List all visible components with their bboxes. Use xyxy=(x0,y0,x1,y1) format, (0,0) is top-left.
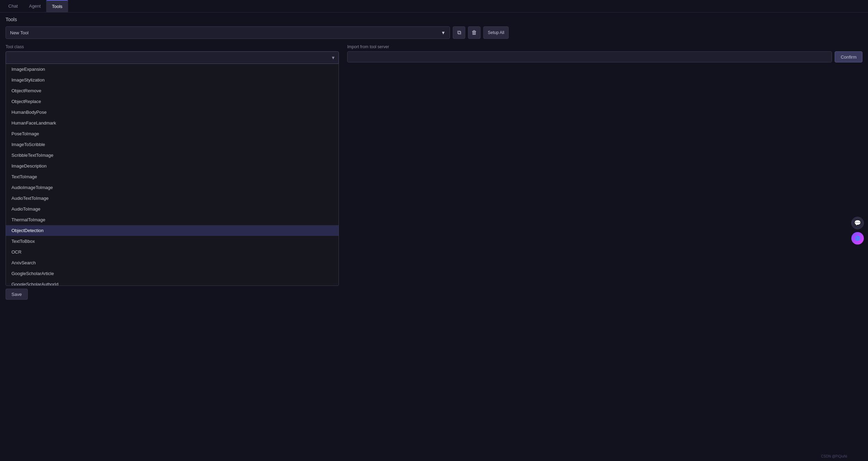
user-float-button[interactable]: 🌐 xyxy=(851,232,864,245)
list-item[interactable]: ObjectRemove xyxy=(6,85,339,96)
user-avatar-icon: 🌐 xyxy=(855,236,860,241)
setup-all-button[interactable]: Setup All xyxy=(483,26,509,39)
list-item[interactable]: ThermalToImage xyxy=(6,214,339,225)
list-item[interactable]: PoseToImage xyxy=(6,128,339,139)
copy-tool-button[interactable]: ⧉ xyxy=(453,26,465,39)
tool-class-header: Tool class xyxy=(6,44,339,51)
message-icon: 💬 xyxy=(854,220,861,226)
tool-class-search-input[interactable] xyxy=(6,51,339,64)
dropdown-chevron-icon: ▼ xyxy=(441,30,445,35)
tab-tools[interactable]: Tools xyxy=(46,0,68,12)
tool-class-dropdown-list[interactable]: ImageExpansionImageStylizationObjectRemo… xyxy=(6,64,339,286)
tab-chat[interactable]: Chat xyxy=(3,0,23,12)
list-item[interactable]: ScribbleTextToImage xyxy=(6,150,339,161)
list-item[interactable]: OCR xyxy=(6,247,339,257)
list-item[interactable]: ImageToScribble xyxy=(6,139,339,150)
list-item[interactable]: AudioTextToImage xyxy=(6,193,339,204)
save-button[interactable]: Save xyxy=(6,289,28,300)
delete-tool-button[interactable]: 🗑 xyxy=(468,26,481,39)
copy-icon: ⧉ xyxy=(457,29,461,36)
tool-class-section: Tool class ▼ ImageExpansionImageStylizat… xyxy=(6,44,862,300)
list-item[interactable]: ImageDescription xyxy=(6,161,339,171)
tool-selector-row: New Tool ▼ ⧉ 🗑 Setup All xyxy=(6,26,862,39)
list-item[interactable]: AudioImageToImage xyxy=(6,182,339,193)
new-tool-label: New Tool xyxy=(10,30,28,35)
save-row: Save xyxy=(6,289,339,300)
import-server-panel: Import from tool server Confirm xyxy=(347,44,862,62)
list-item[interactable]: GoogleScholarAuthorId xyxy=(6,279,339,286)
section-title: Tools xyxy=(6,17,862,22)
import-server-label: Import from tool server xyxy=(347,44,862,49)
floating-icons: 💬 🌐 xyxy=(851,217,864,245)
list-item[interactable]: GoogleScholarArticle xyxy=(6,268,339,279)
import-input-row: Confirm xyxy=(347,51,862,62)
list-item[interactable]: ImageExpansion xyxy=(6,64,339,75)
list-item[interactable]: HumanFaceLandmark xyxy=(6,118,339,128)
tool-class-input-wrapper: ▼ xyxy=(6,51,339,64)
watermark: CSDN @PiQiuNi xyxy=(821,454,847,458)
trash-icon: 🗑 xyxy=(471,29,477,36)
tool-class-label: Tool class xyxy=(6,44,24,49)
list-item[interactable]: ObjectReplace xyxy=(6,96,339,107)
list-item[interactable]: TextToImage xyxy=(6,171,339,182)
top-navigation: Chat Agent Tools xyxy=(0,0,868,12)
tool-class-panel: Tool class ▼ ImageExpansionImageStylizat… xyxy=(6,44,339,300)
tab-agent[interactable]: Agent xyxy=(23,0,46,12)
list-item[interactable]: ImageStylization xyxy=(6,75,339,85)
list-item[interactable]: TextToBbox xyxy=(6,236,339,247)
import-server-input[interactable] xyxy=(347,51,832,62)
list-item[interactable]: HumanBodyPose xyxy=(6,107,339,118)
main-content: Tools New Tool ▼ ⧉ 🗑 Setup All Tool clas… xyxy=(0,12,868,461)
list-item[interactable]: ObjectDetection xyxy=(6,225,339,236)
message-float-button[interactable]: 💬 xyxy=(851,217,864,229)
list-item[interactable]: ArxivSearch xyxy=(6,257,339,268)
list-item[interactable]: AudioToImage xyxy=(6,204,339,214)
new-tool-dropdown[interactable]: New Tool ▼ xyxy=(6,26,450,39)
confirm-button[interactable]: Confirm xyxy=(835,51,862,62)
